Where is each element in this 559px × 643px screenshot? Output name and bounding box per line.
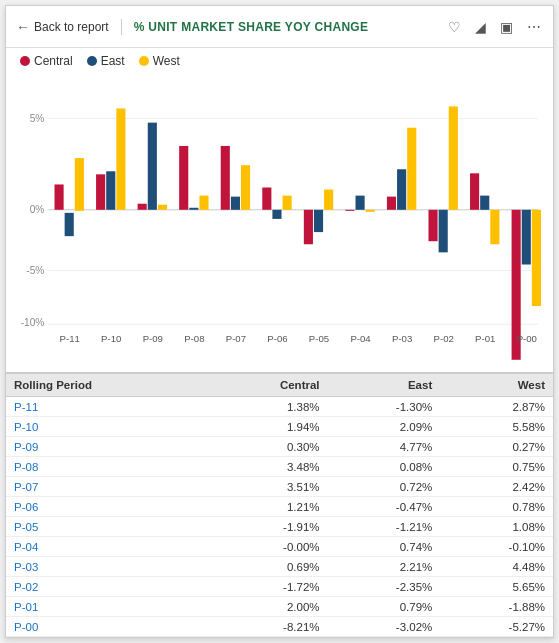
legend-dot-east <box>87 56 97 66</box>
table-row: P-06 1.21% -0.47% 0.78% <box>6 497 553 517</box>
cell-west: 4.48% <box>440 557 553 577</box>
cell-east: 0.72% <box>328 477 441 497</box>
legend: Central East West <box>6 48 553 74</box>
cell-east: 0.79% <box>328 597 441 617</box>
bar-p01-east <box>480 196 489 210</box>
header: ← Back to report % UNIT MARKET SHARE YOY… <box>6 6 553 48</box>
legend-label-west: West <box>153 54 180 68</box>
cell-east: -0.47% <box>328 497 441 517</box>
cell-west: 0.27% <box>440 437 553 457</box>
cell-west: 5.65% <box>440 577 553 597</box>
bar-p06-east <box>272 210 281 219</box>
bar-p05-east <box>314 210 323 232</box>
cell-west: -5.27% <box>440 617 553 637</box>
cell-central: -8.21% <box>208 617 328 637</box>
cell-east: 0.08% <box>328 457 441 477</box>
bar-p02-central <box>428 210 437 241</box>
bar-p06-west <box>283 196 292 210</box>
table-row: P-00 -8.21% -3.02% -5.27% <box>6 617 553 637</box>
bar-p11-east <box>65 213 74 236</box>
cell-period: P-03 <box>6 557 208 577</box>
table-row: P-10 1.94% 2.09% 5.58% <box>6 417 553 437</box>
bar-p04-east <box>356 196 365 210</box>
cell-east: -2.35% <box>328 577 441 597</box>
cell-west: -0.10% <box>440 537 553 557</box>
back-arrow-icon: ← <box>16 19 30 35</box>
col-header-central: Central <box>208 374 328 397</box>
table-header-row: Rolling Period Central East West <box>6 374 553 397</box>
bar-p07-west <box>241 165 250 210</box>
cell-east: -3.02% <box>328 617 441 637</box>
cell-period: P-08 <box>6 457 208 477</box>
cell-period: P-01 <box>6 597 208 617</box>
bar-p03-west <box>407 128 416 210</box>
cell-central: 0.69% <box>208 557 328 577</box>
cell-east: -1.21% <box>328 517 441 537</box>
bookmark-icon[interactable]: ♡ <box>446 17 463 37</box>
cell-east: -1.30% <box>328 397 441 417</box>
bar-p11-central <box>55 184 64 209</box>
legend-label-east: East <box>101 54 125 68</box>
svg-text:P-00: P-00 <box>517 333 537 344</box>
bar-p09-east <box>148 123 157 210</box>
svg-text:0%: 0% <box>30 204 45 215</box>
cell-west: -1.88% <box>440 597 553 617</box>
bar-p08-central <box>179 146 188 210</box>
bar-p07-central <box>221 146 230 210</box>
cell-west: 0.75% <box>440 457 553 477</box>
bar-p08-east <box>189 208 198 210</box>
bar-p00-west <box>532 210 541 306</box>
legend-dot-central <box>20 56 30 66</box>
bar-p08-west <box>199 196 208 210</box>
bar-p06-central <box>262 188 271 210</box>
cell-east: 2.21% <box>328 557 441 577</box>
chart-title: % UNIT MARKET SHARE YOY CHANGE <box>134 20 369 34</box>
table-row: P-09 0.30% 4.77% 0.27% <box>6 437 553 457</box>
cell-period: P-02 <box>6 577 208 597</box>
svg-text:P-01: P-01 <box>475 333 495 344</box>
bar-p05-central <box>304 210 313 244</box>
col-header-west: West <box>440 374 553 397</box>
cell-period: P-11 <box>6 397 208 417</box>
filter-icon[interactable]: ◢ <box>473 17 488 37</box>
svg-text:P-07: P-07 <box>226 333 246 344</box>
chart-area: 5% 0% -5% -10% P-11 P-10 <box>6 74 553 372</box>
cell-period: P-04 <box>6 537 208 557</box>
legend-dot-west <box>139 56 149 66</box>
bar-p03-central <box>387 197 396 210</box>
cell-east: 2.09% <box>328 417 441 437</box>
cell-east: 0.74% <box>328 537 441 557</box>
cell-west: 2.87% <box>440 397 553 417</box>
svg-text:-10%: -10% <box>21 317 45 328</box>
table-body: P-11 1.38% -1.30% 2.87% P-10 1.94% 2.09%… <box>6 397 553 637</box>
col-header-period: Rolling Period <box>6 374 208 397</box>
cell-central: 1.38% <box>208 397 328 417</box>
bar-p04-central <box>345 210 354 211</box>
bar-p01-west <box>490 210 499 244</box>
svg-text:P-08: P-08 <box>184 333 204 344</box>
bar-p10-central <box>96 174 105 209</box>
cell-central: -1.72% <box>208 577 328 597</box>
cell-west: 5.58% <box>440 417 553 437</box>
svg-text:5%: 5% <box>30 113 45 124</box>
legend-item-west: West <box>139 54 180 68</box>
cell-east: 4.77% <box>328 437 441 457</box>
bar-p03-east <box>397 169 406 210</box>
cell-central: 2.00% <box>208 597 328 617</box>
cell-central: 3.48% <box>208 457 328 477</box>
main-card: ← Back to report % UNIT MARKET SHARE YOY… <box>5 5 554 638</box>
bar-p10-west <box>116 108 125 209</box>
expand-icon[interactable]: ▣ <box>498 17 515 37</box>
legend-item-central: Central <box>20 54 73 68</box>
bar-p11-west <box>75 158 84 211</box>
legend-item-east: East <box>87 54 125 68</box>
table-row: P-01 2.00% 0.79% -1.88% <box>6 597 553 617</box>
cell-central: 0.30% <box>208 437 328 457</box>
back-button[interactable]: ← Back to report <box>16 19 122 35</box>
bar-p10-east <box>106 171 115 210</box>
more-icon[interactable]: ⋯ <box>525 17 543 37</box>
cell-period: P-06 <box>6 497 208 517</box>
col-header-east: East <box>328 374 441 397</box>
svg-text:P-10: P-10 <box>101 333 121 344</box>
cell-central: -0.00% <box>208 537 328 557</box>
